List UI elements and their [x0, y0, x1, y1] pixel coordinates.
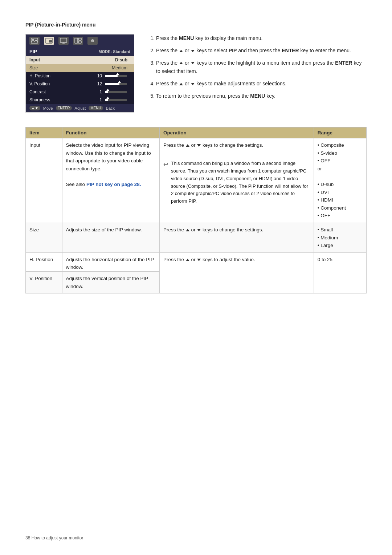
th-operation: Operation	[159, 127, 314, 138]
svg-rect-4	[60, 38, 67, 42]
menu-row-sharpness-value: 1	[62, 97, 105, 102]
instruction-step-2: Press the or keys to select PIP and then…	[156, 46, 367, 55]
pip-table: Item Function Operation Range Input Sele…	[25, 127, 367, 293]
footer-page-number: 38 How to adjust your monitor	[25, 535, 83, 540]
menu-row-input-label: Input	[29, 57, 62, 62]
td-size-range: • Small • Medium • Large	[314, 223, 366, 252]
td-vpos-item: V. Position	[26, 271, 62, 293]
note-box: ↩ This command can bring up a window fro…	[163, 160, 310, 205]
page-footer: 38 How to adjust your monitor	[25, 535, 83, 540]
th-item: Item	[26, 127, 62, 138]
menu-footer: ▲▼ Move ENTER Adjust MENU Back	[26, 104, 134, 112]
menu-row-hpos: H. Position 10	[26, 72, 134, 80]
key-enter-3: ENTER	[335, 60, 352, 66]
icon-pip	[44, 37, 54, 45]
menu-row-hpos-bar	[105, 75, 130, 77]
top-section: PIP MODE: Standard Input D-sub Size Medi…	[25, 34, 367, 113]
pip-hot-key-link[interactable]: PIP hot key on page 28.	[86, 182, 141, 187]
th-function: Function	[62, 127, 159, 138]
td-hpos-function: Adjusts the horizontal position of the P…	[62, 252, 159, 271]
menu-icons-bar	[26, 35, 134, 47]
menu-row-size: Size Medium	[26, 64, 134, 72]
icon-picture	[29, 37, 40, 45]
td-hpos-range: 0 to 25	[314, 252, 366, 293]
menu-row-sharpness: Sharpness 1	[26, 96, 134, 104]
instruction-step-4: Press the or keys to make adjustments or…	[156, 80, 367, 88]
svg-rect-8	[78, 38, 81, 40]
td-size-item: Size	[26, 223, 62, 252]
svg-rect-9	[78, 41, 81, 43]
menu-row-vpos-bar	[105, 83, 130, 85]
table-row-input: Input Selects the video input for PIP vi…	[26, 138, 367, 223]
svg-rect-7	[75, 38, 78, 43]
menu-row-hpos-value: 10	[62, 73, 105, 78]
note-icon: ↩	[163, 160, 168, 169]
footer-back-label: Back	[106, 106, 115, 110]
menu-row-input: Input D-sub	[26, 56, 134, 64]
td-input-range: • Composite • S-video • OFF or • D-sub •…	[314, 138, 366, 223]
menu-row-sharpness-label: Sharpness	[29, 97, 62, 102]
menu-row-input-value: D-sub	[62, 57, 130, 62]
key-enter-2: ENTER	[282, 48, 299, 53]
td-hv-operation: Press the or keys to adjust the value.	[159, 252, 314, 293]
table-header-row: Item Function Operation Range	[26, 127, 367, 138]
instruction-step-5: To return to the previous menu, press th…	[156, 92, 367, 101]
note-text: This command can bring up a window from …	[171, 160, 310, 205]
menu-header: PIP MODE: Standard	[26, 47, 134, 56]
td-size-function: Adjusts the size of the PIP window.	[62, 223, 159, 252]
footer-enter-badge: ENTER	[56, 106, 72, 110]
menu-row-vpos-value: 12	[62, 81, 105, 86]
svg-rect-3	[49, 40, 52, 42]
icon-settings	[87, 37, 98, 45]
menu-row-sharpness-bar	[105, 99, 130, 101]
menu-mode: MODE: Standard	[99, 49, 130, 54]
menu-screenshot: PIP MODE: Standard Input D-sub Size Medi…	[25, 34, 134, 113]
th-range: Range	[314, 127, 366, 138]
menu-row-size-label: Size	[29, 65, 62, 70]
td-input-function: Selects the video input for PIP viewing …	[62, 138, 159, 223]
td-size-operation: Press the or keys to change the settings…	[159, 223, 314, 252]
instruction-step-1: Press the MENU key to display the main m…	[156, 34, 367, 43]
menu-row-contrast-bar	[105, 91, 130, 93]
instruction-step-3: Press the or keys to move the highlight …	[156, 59, 367, 76]
td-vpos-function: Adjusts the vertical position of the PIP…	[62, 271, 159, 293]
table-row-hv-position: H. Position Adjusts the horizontal posit…	[26, 252, 367, 271]
footer-move-badge: ▲▼	[29, 106, 40, 110]
td-input-item: Input	[26, 138, 62, 223]
menu-row-contrast-value: 1	[62, 89, 105, 94]
table-row-size: Size Adjusts the size of the PIP window.…	[26, 223, 367, 252]
menu-row-vpos-label: V. Position	[29, 81, 62, 86]
icon-display	[58, 37, 69, 45]
key-pip: PIP	[229, 48, 237, 53]
menu-row-contrast: Contrast 1	[26, 88, 134, 96]
instructions: Press the MENU key to display the main m…	[149, 34, 367, 113]
td-input-operation: Press the or keys to change the settings…	[159, 138, 314, 223]
instructions-list: Press the MENU key to display the main m…	[149, 34, 367, 101]
footer-move-label: Move	[43, 106, 53, 110]
section-title: PIP (Picture-in-Picture) menu	[25, 22, 367, 28]
menu-row-hpos-label: H. Position	[29, 73, 62, 78]
menu-row-size-value: Medium	[62, 65, 130, 70]
footer-menu-badge: MENU	[89, 106, 103, 110]
menu-row-vpos: V. Position 12	[26, 80, 134, 88]
icon-layout	[73, 37, 83, 45]
key-menu-5: MENU	[250, 93, 265, 99]
footer-adjust-label: Adjust	[75, 106, 86, 110]
key-menu-1: MENU	[179, 35, 194, 41]
td-hpos-item: H. Position	[26, 252, 62, 271]
svg-point-11	[92, 40, 93, 41]
menu-row-contrast-label: Contrast	[29, 89, 62, 94]
menu-title: PIP	[29, 49, 37, 54]
